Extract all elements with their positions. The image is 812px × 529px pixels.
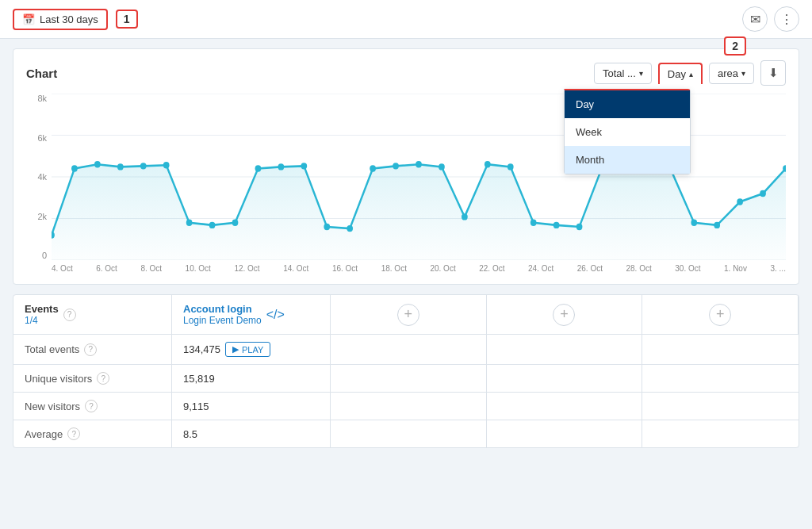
total-events-col5 xyxy=(642,335,799,364)
svg-point-21 xyxy=(416,161,422,167)
add-col-3: + xyxy=(642,295,799,334)
add-button-3[interactable]: + xyxy=(709,304,731,326)
svg-point-11 xyxy=(186,220,193,226)
svg-point-6 xyxy=(71,165,78,171)
svg-point-36 xyxy=(760,190,766,197)
more-button[interactable]: ⋮ xyxy=(774,6,799,32)
top-bar-right: ✉ ⋮ xyxy=(742,6,799,32)
top-bar: 📅 Last 30 days 1 ✉ ⋮ xyxy=(0,0,812,39)
events-help-icon[interactable]: ? xyxy=(63,309,76,321)
unique-visitors-label: Unique visitors ? xyxy=(13,365,172,392)
svg-point-18 xyxy=(347,225,353,232)
total-events-col4 xyxy=(487,335,643,364)
svg-point-23 xyxy=(462,213,468,220)
unique-visitors-col4 xyxy=(487,365,643,392)
unique-visitors-col3 xyxy=(331,365,487,392)
average-col5 xyxy=(642,420,799,447)
average-value: 8.5 xyxy=(183,428,197,440)
events-label: Events xyxy=(25,303,59,315)
dropdown-item-day[interactable]: Day xyxy=(565,90,690,118)
svg-point-19 xyxy=(370,165,376,171)
x-label-11: 26. Oct xyxy=(577,264,603,273)
average-label: Average ? xyxy=(13,420,172,447)
svg-point-15 xyxy=(278,163,285,170)
svg-point-22 xyxy=(439,163,445,170)
average-col3 xyxy=(331,420,487,447)
top-bar-left: 📅 Last 30 days 1 xyxy=(13,9,138,30)
unique-visitors-value-cell: 15,819 xyxy=(172,365,331,392)
unique-visitors-help[interactable]: ? xyxy=(97,372,109,385)
table-row: Average ? 8.5 xyxy=(13,420,799,447)
new-visitors-value-cell: 9,115 xyxy=(172,393,331,420)
total-events-value: 134,475 xyxy=(183,343,220,355)
play-button[interactable]: ▶ PLAY xyxy=(225,342,270,357)
x-label-9: 22. Oct xyxy=(479,264,504,273)
table-row: New visitors ? 9,115 xyxy=(13,393,799,420)
stats-header: Events 1/4 ? Account login Login Event D… xyxy=(13,295,799,335)
email-icon: ✉ xyxy=(750,12,760,27)
total-events-value-cell: 134,475 ▶ PLAY xyxy=(172,335,331,364)
svg-point-10 xyxy=(163,162,170,168)
svg-point-25 xyxy=(508,163,514,170)
unique-visitors-value: 15,819 xyxy=(183,373,215,385)
total-label: Total ... xyxy=(603,67,636,79)
dropdown-item-month[interactable]: Month xyxy=(565,146,690,174)
x-label-4: 12. Oct xyxy=(234,264,259,273)
svg-point-27 xyxy=(553,222,560,228)
add-button-1[interactable]: + xyxy=(397,304,419,326)
average-col4 xyxy=(487,420,643,447)
x-label-15: 3. ... xyxy=(770,264,785,273)
chevron-down-icon: ▾ xyxy=(639,69,643,78)
svg-point-16 xyxy=(301,163,307,169)
new-visitors-col4 xyxy=(487,393,643,420)
svg-point-20 xyxy=(393,163,399,169)
play-icon: ▶ xyxy=(232,344,239,355)
events-header-cell: Events 1/4 ? xyxy=(13,295,172,334)
new-visitors-col5 xyxy=(642,393,799,420)
events-header-content: Events 1/4 xyxy=(25,303,59,326)
chevron-up-icon: ▴ xyxy=(689,70,693,79)
account-label: Account login xyxy=(183,303,262,315)
play-label: PLAY xyxy=(242,345,263,355)
events-fraction: 1/4 xyxy=(25,315,59,326)
area-select[interactable]: area ▾ xyxy=(709,63,754,84)
dropdown-item-week[interactable]: Week xyxy=(565,118,690,146)
day-select[interactable]: Day ▴ xyxy=(658,63,703,84)
stats-section: Events 1/4 ? Account login Login Event D… xyxy=(13,294,799,448)
y-label-2k: 2k xyxy=(37,212,47,221)
account-header-cell: Account login Login Event Demo </> xyxy=(172,295,331,334)
new-visitors-help[interactable]: ? xyxy=(85,400,98,412)
more-icon: ⋮ xyxy=(780,12,793,27)
svg-point-35 xyxy=(737,198,743,205)
svg-point-17 xyxy=(324,224,330,230)
last-30-button[interactable]: 📅 Last 30 days xyxy=(13,9,108,30)
average-help[interactable]: ? xyxy=(67,427,80,440)
email-button[interactable]: ✉ xyxy=(742,6,768,32)
x-label-7: 18. Oct xyxy=(381,264,407,273)
total-events-help[interactable]: ? xyxy=(84,343,97,356)
download-button[interactable]: ⬇ xyxy=(760,60,786,86)
chart-header: Chart 2 Total ... ▾ Day ▴ area ▾ ⬇ xyxy=(26,60,786,86)
total-events-col3 xyxy=(331,335,487,364)
badge-2: 2 xyxy=(724,36,746,56)
svg-point-26 xyxy=(530,220,537,226)
x-label-8: 20. Oct xyxy=(430,264,455,273)
svg-point-13 xyxy=(232,220,239,226)
x-label-2: 8. Oct xyxy=(140,264,162,273)
chart-title: Chart xyxy=(26,67,57,80)
badge-1: 1 xyxy=(116,10,138,29)
total-select[interactable]: Total ... ▾ xyxy=(594,63,652,84)
svg-point-33 xyxy=(691,220,697,226)
svg-point-24 xyxy=(485,161,491,167)
x-axis: 4. Oct 6. Oct 8. Oct 10. Oct 12. Oct 14.… xyxy=(52,260,786,276)
new-visitors-label: New visitors ? xyxy=(13,393,172,420)
new-visitors-col3 xyxy=(331,393,487,420)
x-label-14: 1. Nov xyxy=(724,264,747,273)
account-sub: Login Event Demo xyxy=(183,315,262,326)
code-icon[interactable]: </> xyxy=(266,308,285,322)
table-row: Unique visitors ? 15,819 xyxy=(13,365,799,393)
last-30-label: Last 30 days xyxy=(40,13,98,25)
svg-point-9 xyxy=(140,163,147,169)
svg-point-14 xyxy=(255,165,262,171)
add-button-2[interactable]: + xyxy=(553,304,575,326)
